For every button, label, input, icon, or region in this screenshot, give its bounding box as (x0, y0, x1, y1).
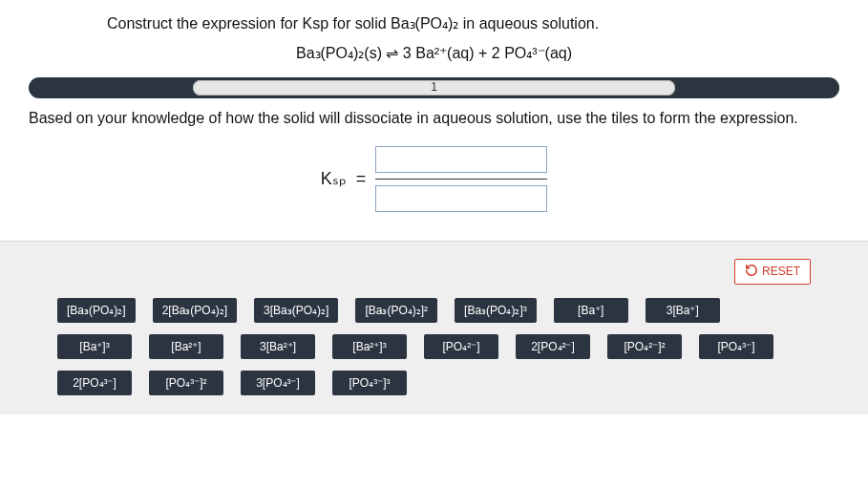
fraction-line (375, 179, 547, 180)
prompt-line: Construct the expression for Ksp for sol… (0, 0, 868, 34)
tile[interactable]: [Ba⁺] (554, 298, 628, 323)
progress-step-label: 1 (29, 80, 839, 94)
ksp-symbol: Kₛₚ (321, 168, 347, 189)
instructions: Based on your knowledge of how the solid… (0, 98, 868, 129)
tile-palette: [Ba₃(PO₄)₂] 2[Ba₃(PO₄)₂] 3[Ba₃(PO₄)₂] [B… (29, 298, 839, 395)
tile[interactable]: 3[PO₄³⁻] (241, 371, 315, 395)
tile[interactable]: 2[Ba₃(PO₄)₂] (153, 298, 237, 323)
equation: Ba₃(PO₄)₂(s) ⇌ 3 Ba²⁺(aq) + 2 PO₄³⁻(aq) (0, 44, 868, 62)
tile[interactable]: [Ba₃(PO₄)₂] (57, 298, 136, 323)
tile[interactable]: 3[Ba⁺] (646, 298, 720, 323)
progress-bar: 1 (29, 77, 839, 98)
reset-icon (745, 264, 758, 280)
tile[interactable]: [Ba₃(PO₄)₂]² (355, 298, 437, 323)
tile[interactable]: [PO₄³⁻]³ (332, 371, 407, 395)
reset-button[interactable]: RESET (734, 259, 811, 285)
tile[interactable]: [Ba₃(PO₄)₂]³ (455, 298, 537, 323)
expression-workspace: Kₛₚ = (0, 146, 868, 241)
tile[interactable]: 3[Ba²⁺] (241, 334, 315, 359)
tile[interactable]: [PO₄³⁻]² (149, 371, 223, 395)
tile[interactable]: [Ba²⁺]³ (332, 334, 407, 359)
denominator-slot[interactable] (375, 185, 547, 212)
tile[interactable]: 2[PO₄²⁻] (516, 334, 590, 359)
tile[interactable]: [Ba⁺]³ (57, 334, 132, 359)
tile[interactable]: [PO₄²⁻]² (607, 334, 682, 359)
tile[interactable]: [Ba²⁺] (149, 334, 223, 359)
reset-label: RESET (762, 265, 800, 278)
equals-sign: = (356, 169, 367, 189)
tile[interactable]: 3[Ba₃(PO₄)₂] (254, 298, 338, 323)
tile[interactable]: [PO₄²⁻] (424, 334, 498, 359)
tile[interactable]: [PO₄³⁻] (699, 334, 773, 359)
numerator-slot[interactable] (375, 146, 547, 173)
tile[interactable]: 2[PO₄³⁻] (57, 371, 132, 395)
